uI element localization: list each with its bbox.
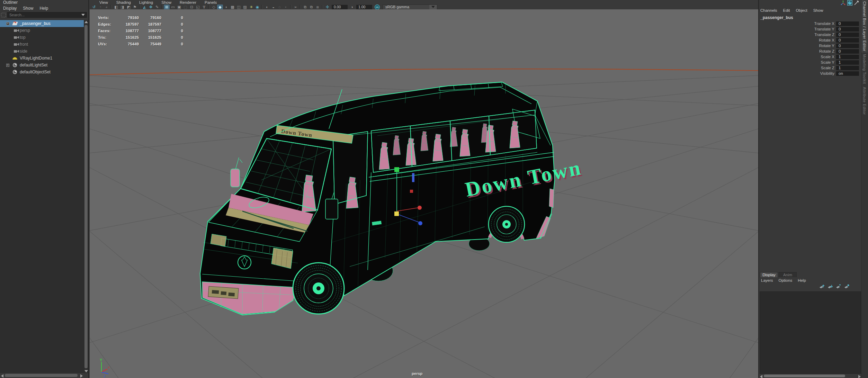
- motion-blur-icon[interactable]: ◌: [277, 4, 283, 9]
- gamma-field[interactable]: 1.00: [356, 5, 372, 9]
- lock-camera-icon[interactable]: ◨: [119, 4, 125, 9]
- tear-off-copy-icon[interactable]: ⧈: [315, 4, 321, 9]
- manipulator-z-dot[interactable]: [418, 221, 422, 225]
- channel-value-field[interactable]: on: [836, 71, 859, 76]
- manipulator-center-handle[interactable]: [394, 212, 399, 216]
- scroll-left-icon[interactable]: [1, 374, 3, 378]
- layers-menu[interactable]: Layers: [761, 278, 773, 282]
- layer-list[interactable]: [760, 291, 861, 374]
- outliner-item-front[interactable]: front: [0, 41, 84, 48]
- shaded-mode-icon[interactable]: ◆: [217, 4, 223, 9]
- wireframe-on-shaded-icon[interactable]: ▨: [242, 4, 248, 9]
- color-management-toggle[interactable]: on: [375, 4, 380, 10]
- manipulator-x-dot[interactable]: [418, 206, 422, 210]
- show-menu[interactable]: Show: [813, 8, 823, 12]
- expand-icon[interactable]: [6, 64, 9, 67]
- new-layer-from-selected-icon[interactable]: [844, 284, 850, 289]
- snap-view-icon[interactable]: ↺: [91, 4, 97, 9]
- channel-value-field[interactable]: 1: [836, 66, 859, 70]
- viewport-layout-icon[interactable]: ⧉: [302, 4, 308, 9]
- gate-mask-icon[interactable]: ▢: [182, 4, 188, 9]
- outliner-item-defaultobjectset[interactable]: defaultObjectSet: [0, 69, 84, 75]
- ambient-occlusion-icon[interactable]: ◒: [270, 4, 276, 9]
- image-plane-icon[interactable]: ◭: [142, 4, 147, 9]
- channel-value-field[interactable]: 1: [836, 55, 859, 59]
- channel-value-field[interactable]: 0: [836, 38, 859, 43]
- shadows-icon[interactable]: ◐: [264, 4, 270, 9]
- outliner-menu-show[interactable]: Show: [23, 6, 33, 11]
- outliner-menu-help[interactable]: Help: [39, 6, 48, 11]
- field-chart-icon[interactable]: ⊡: [189, 4, 195, 9]
- channel-value-field[interactable]: 0: [836, 44, 859, 48]
- 2d-pan-zoom-icon[interactable]: ✥: [148, 4, 154, 9]
- options-menu[interactable]: Options: [779, 278, 793, 282]
- move-layer-down-icon[interactable]: [827, 284, 833, 289]
- wireframe-mode-icon[interactable]: ◇: [211, 4, 217, 9]
- filter-icon[interactable]: [1, 13, 6, 17]
- grease-pencil-icon[interactable]: ✎: [154, 4, 160, 9]
- outliner-item-top[interactable]: top: [0, 34, 84, 41]
- outliner-menu-display[interactable]: Display: [3, 6, 17, 11]
- outliner-item-vraylightdome[interactable]: VRayLightDome1: [0, 55, 84, 62]
- default-lighting-icon[interactable]: ◉: [254, 4, 260, 9]
- show-manipulators-icon[interactable]: [841, 0, 846, 6]
- camera-attributes-icon[interactable]: ◩: [126, 4, 132, 9]
- paint-icon[interactable]: ◔: [97, 4, 103, 9]
- object-menu[interactable]: Object: [796, 8, 807, 12]
- outliner-horizontal-scrollbar[interactable]: [0, 373, 84, 378]
- channel-value-field[interactable]: 0: [836, 33, 859, 37]
- exposure-icon[interactable]: ✣: [324, 4, 330, 9]
- scrollbar-thumb[interactable]: [84, 25, 88, 368]
- chevron-down-icon[interactable]: [81, 14, 85, 16]
- manipulator-y-handle[interactable]: [394, 167, 399, 172]
- contrast-icon[interactable]: ◑: [349, 4, 355, 9]
- chevron-down-icon[interactable]: [429, 5, 437, 9]
- scroll-right-icon[interactable]: [80, 374, 83, 378]
- manipulator-x-handle[interactable]: [410, 190, 413, 193]
- history-icon[interactable]: ◕: [104, 4, 109, 9]
- material-override-icon[interactable]: ▩: [230, 4, 235, 9]
- film-gate-icon[interactable]: ▭: [170, 4, 176, 9]
- edit-menu[interactable]: Edit: [783, 8, 790, 12]
- textured-mode-icon[interactable]: ◗: [223, 4, 229, 9]
- passenger-bus-wireframe[interactable]: Down Town: [200, 82, 585, 315]
- search-input[interactable]: Search...: [7, 12, 87, 18]
- viewport-menu-panels[interactable]: Panels: [205, 0, 217, 4]
- view-transform-dropdown[interactable]: sRGB gamma: [383, 4, 437, 10]
- viewport-layout-alt-icon[interactable]: ⧉: [308, 4, 314, 9]
- resolution-gate-icon[interactable]: ▣: [176, 4, 182, 9]
- outliner-item-persp[interactable]: persp: [0, 27, 84, 34]
- safe-title-icon[interactable]: T: [201, 4, 207, 9]
- graph-editor-icon[interactable]: [854, 0, 859, 6]
- tab-modeling-toolkit[interactable]: Modeling Toolkit: [861, 53, 868, 86]
- layer-scrollbar[interactable]: [759, 374, 862, 378]
- grid-toggle-icon[interactable]: ⊞: [164, 4, 170, 9]
- channels-menu[interactable]: Channels: [760, 8, 777, 12]
- move-layer-up-icon[interactable]: [819, 284, 825, 289]
- exposure-field[interactable]: 0.00: [332, 5, 348, 9]
- outliner-vertical-scrollbar[interactable]: [84, 20, 88, 373]
- outliner-item-passenger-bus[interactable]: _passenger_bus: [0, 20, 84, 27]
- viewport-menu-view[interactable]: View: [99, 0, 108, 4]
- new-empty-layer-icon[interactable]: [836, 284, 842, 289]
- outliner-item-defaultlightset[interactable]: defaultLightSet: [0, 62, 84, 69]
- tab-anim[interactable]: Anim: [779, 272, 797, 277]
- tab-display[interactable]: Display: [760, 272, 778, 277]
- viewport-menu-show[interactable]: Show: [161, 0, 171, 4]
- scroll-down-icon[interactable]: [84, 370, 88, 372]
- scene-lighting-icon[interactable]: ✳: [248, 4, 254, 9]
- channel-box-object-name[interactable]: _passenger_bus: [760, 15, 793, 20]
- scrollbar-thumb[interactable]: [764, 375, 845, 377]
- tab-channel-box-layer-editor[interactable]: Channel Box / Layer Editor: [861, 0, 868, 53]
- scroll-left-icon[interactable]: [760, 375, 762, 378]
- select-camera-icon[interactable]: ◧: [113, 4, 119, 9]
- scrollbar-thumb[interactable]: [5, 374, 78, 377]
- manipulator-z-bar[interactable]: [412, 173, 414, 182]
- expand-icon[interactable]: [6, 22, 9, 25]
- scroll-right-icon[interactable]: [858, 375, 861, 378]
- channel-value-field[interactable]: 1: [836, 60, 859, 65]
- channel-value-field[interactable]: 0: [836, 49, 859, 54]
- xray-mode-icon[interactable]: ◫: [236, 4, 242, 9]
- channel-value-field[interactable]: 0: [836, 21, 859, 26]
- outliner-item-side[interactable]: side: [0, 48, 84, 55]
